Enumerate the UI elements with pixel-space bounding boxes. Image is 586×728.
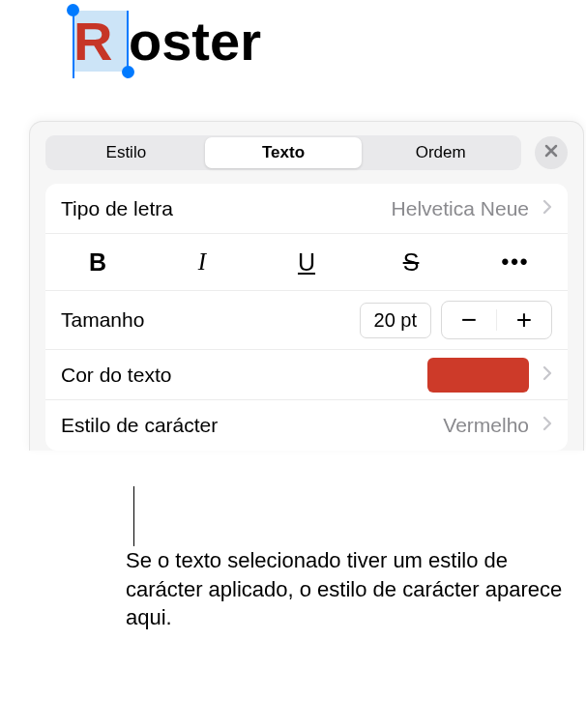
- selected-char-text: R: [73, 11, 112, 72]
- size-decrease-button[interactable]: −: [442, 302, 496, 338]
- callout-text: Se o texto selecionado tiver um estilo d…: [126, 546, 576, 632]
- callout-annotation: Se o texto selecionado tiver um estilo d…: [126, 546, 576, 632]
- bold-button[interactable]: B: [69, 244, 127, 280]
- format-panel: Estilo Texto Ordem Tipo de letra Helveti…: [29, 121, 584, 451]
- font-row[interactable]: Tipo de letra Helvetica Neue: [45, 184, 568, 234]
- italic-button[interactable]: I: [173, 244, 231, 280]
- selection-caret-left: [73, 11, 74, 78]
- character-style-row[interactable]: Estilo de carácter Vermelho: [45, 400, 568, 451]
- text-color-swatch[interactable]: [427, 358, 529, 393]
- tab-text[interactable]: Texto: [205, 137, 363, 168]
- size-label: Tamanho: [61, 308, 144, 332]
- tab-order[interactable]: Ordem: [362, 137, 519, 168]
- selected-character[interactable]: R: [73, 11, 129, 72]
- format-tabs: Estilo Texto Ordem: [45, 135, 521, 170]
- chevron-right-icon: [542, 416, 552, 435]
- document-canvas[interactable]: R oster: [0, 0, 586, 121]
- chevron-right-icon: [542, 365, 552, 385]
- size-row: Tamanho 20 pt − +: [45, 291, 568, 350]
- chevron-right-icon: [542, 199, 552, 218]
- character-style-label: Estilo de carácter: [61, 414, 218, 437]
- tab-style[interactable]: Estilo: [47, 137, 205, 168]
- size-value-field[interactable]: 20 pt: [360, 303, 431, 338]
- text-style-row: B I U S •••: [45, 234, 568, 291]
- character-style-value: Vermelho: [443, 414, 529, 437]
- underline-button[interactable]: U: [278, 244, 336, 280]
- text-format-section: Tipo de letra Helvetica Neue B I U S •••…: [45, 184, 568, 451]
- text-color-label: Cor do texto: [61, 364, 171, 387]
- unselected-text[interactable]: oster: [129, 11, 261, 72]
- selection-handle-start[interactable]: [67, 4, 79, 16]
- text-color-row[interactable]: Cor do texto: [45, 350, 568, 400]
- size-stepper: − +: [441, 301, 552, 339]
- font-label: Tipo de letra: [61, 197, 173, 220]
- close-button[interactable]: [535, 136, 568, 169]
- selection-handle-end[interactable]: [122, 66, 134, 78]
- text-selection[interactable]: R oster: [73, 10, 261, 73]
- more-styles-button[interactable]: •••: [486, 244, 544, 280]
- callout-leader-line: [133, 486, 134, 546]
- font-value: Helvetica Neue: [392, 197, 529, 220]
- close-icon: [544, 144, 558, 161]
- panel-header: Estilo Texto Ordem: [30, 135, 583, 184]
- size-increase-button[interactable]: +: [497, 302, 551, 338]
- strikethrough-button[interactable]: S: [382, 244, 440, 280]
